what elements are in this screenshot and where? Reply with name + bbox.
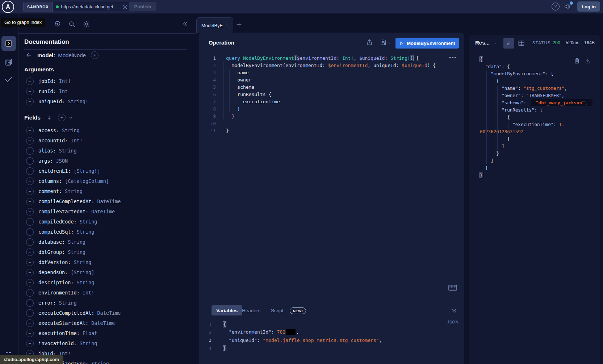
field-name[interactable]: compiledCode:: [38, 219, 77, 225]
field-type[interactable]: Int: [59, 88, 68, 94]
field-name[interactable]: executionTime:: [38, 330, 80, 336]
history-icon[interactable]: [54, 20, 62, 28]
add-to-operation-icon[interactable]: [26, 259, 34, 266]
add-to-operation-icon[interactable]: [26, 218, 34, 226]
add-all-fields-icon[interactable]: [58, 114, 66, 121]
response-json-view-button[interactable]: [503, 38, 514, 49]
field-type[interactable]: [String!]: [74, 168, 100, 174]
field-type[interactable]: String: [80, 340, 97, 346]
add-to-operation-icon[interactable]: [26, 198, 34, 205]
field-name[interactable]: runId:: [38, 88, 56, 94]
keyboard-shortcuts-icon[interactable]: [448, 285, 457, 291]
field-name[interactable]: accountId:: [38, 138, 68, 143]
add-to-operation-icon[interactable]: [26, 340, 34, 347]
apollo-logo[interactable]: A: [2, 1, 14, 13]
field-type[interactable]: String: [77, 280, 95, 285]
field-name[interactable]: childrenL1:: [38, 168, 71, 174]
field-type[interactable]: String: [65, 188, 83, 194]
field-name[interactable]: args:: [38, 158, 53, 164]
tab-headers[interactable]: Headers: [242, 305, 260, 315]
field-name[interactable]: compiledSql:: [38, 229, 74, 235]
add-to-operation-icon[interactable]: [26, 157, 34, 165]
field-name[interactable]: database:: [38, 239, 65, 245]
field-type[interactable]: Int!: [83, 290, 95, 296]
publish-button[interactable]: Publish: [129, 2, 156, 11]
field-type[interactable]: String!: [68, 99, 88, 104]
add-to-operation-icon[interactable]: [26, 309, 34, 317]
tab-modelbyenvironment[interactable]: ModelByEnvi...: [196, 17, 233, 33]
add-to-operation-icon[interactable]: [26, 269, 34, 276]
add-field-icon[interactable]: [91, 51, 99, 59]
field-type[interactable]: [String]: [71, 269, 94, 275]
field-name[interactable]: uniqueId:: [38, 99, 65, 104]
field-type[interactable]: String: [62, 127, 80, 133]
add-to-operation-icon[interactable]: [26, 289, 34, 297]
field-type[interactable]: String: [91, 361, 109, 364]
breadcrumb-type[interactable]: ModelNode: [58, 52, 86, 58]
field-name[interactable]: invocationId:: [38, 340, 77, 346]
field-name[interactable]: executeCompletedAt:: [38, 310, 94, 316]
field-type[interactable]: String: [77, 229, 95, 235]
field-type[interactable]: String: [68, 249, 85, 255]
field-type[interactable]: Int!: [59, 78, 71, 84]
field-name[interactable]: error:: [38, 300, 56, 306]
field-name[interactable]: comment:: [38, 188, 62, 194]
save-chevron-down-icon[interactable]: [388, 41, 392, 45]
response-viewer[interactable]: { "data": { "modelByEnvironment": [ { "n…: [469, 55, 600, 179]
operation-editor[interactable]: 1query ModelByEnvironment($environmentId…: [199, 54, 464, 134]
collapse-sidebar-icon[interactable]: [181, 21, 188, 27]
add-to-operation-icon[interactable]: [26, 188, 34, 195]
field-name[interactable]: environmentId:: [38, 290, 80, 296]
field-name[interactable]: description:: [38, 280, 74, 285]
variables-editor[interactable]: 1{2 "environmentId": 782,3 "uniqueId": "…: [199, 320, 464, 352]
add-to-operation-icon[interactable]: [26, 228, 34, 236]
field-name[interactable]: dbtVersion:: [38, 259, 71, 265]
endpoint-settings-gear-icon[interactable]: [122, 4, 128, 10]
field-name[interactable]: dependsOn:: [38, 269, 68, 275]
chevron-down-icon[interactable]: [68, 116, 73, 120]
field-type[interactable]: [CatalogColumn]: [65, 178, 109, 184]
sidebar-item-collections[interactable]: [4, 57, 13, 67]
back-arrow-icon[interactable]: [25, 52, 32, 59]
login-button[interactable]: Log in: [577, 1, 600, 12]
field-name[interactable]: compileStartedAt:: [38, 209, 88, 214]
add-to-operation-icon[interactable]: [26, 319, 34, 327]
doc-settings-gear-icon[interactable]: [83, 20, 91, 28]
help-icon[interactable]: ?: [552, 3, 560, 11]
response-table-view-icon[interactable]: [518, 40, 525, 47]
field-name[interactable]: columns:: [38, 178, 62, 184]
add-to-operation-icon[interactable]: [26, 238, 34, 246]
add-to-operation-icon[interactable]: [26, 78, 34, 85]
share-icon[interactable]: [366, 39, 373, 46]
add-to-operation-icon[interactable]: [26, 248, 34, 256]
add-to-operation-icon[interactable]: [26, 167, 34, 175]
field-name[interactable]: compileCompletedAt:: [38, 198, 94, 204]
field-type[interactable]: String: [68, 239, 85, 245]
field-name[interactable]: dbtGroup:: [38, 249, 65, 255]
field-type[interactable]: String: [80, 219, 97, 225]
sidebar-item-explorer[interactable]: [1, 36, 16, 51]
field-name[interactable]: executeStartedAt:: [38, 320, 88, 326]
add-to-operation-icon[interactable]: [26, 279, 34, 286]
field-type[interactable]: Float: [83, 330, 97, 336]
add-to-operation-icon[interactable]: [26, 330, 34, 337]
run-operation-button[interactable]: ModelByEnvironment: [395, 38, 459, 49]
field-name[interactable]: access:: [38, 127, 59, 133]
field-name[interactable]: jobId:: [38, 78, 56, 84]
add-to-operation-icon[interactable]: [26, 127, 34, 134]
field-type[interactable]: DateTime: [97, 310, 121, 316]
response-chevron-down-icon[interactable]: [493, 41, 497, 46]
sidebar-item-checklist[interactable]: [4, 75, 13, 84]
endpoint-input[interactable]: https://metadata.cloud.get: [53, 2, 134, 12]
field-type[interactable]: DateTime: [91, 209, 115, 214]
field-type[interactable]: DateTime: [91, 320, 115, 326]
sidebar-item-more[interactable]: [6, 352, 8, 353]
close-tab-icon[interactable]: [225, 23, 229, 28]
add-to-operation-icon[interactable]: [26, 177, 34, 185]
save-icon[interactable]: [380, 39, 387, 46]
collapse-panel-double-chevron-icon[interactable]: [451, 308, 457, 314]
tab-script[interactable]: Script: [271, 305, 284, 315]
tab-variables[interactable]: Variables: [212, 305, 242, 315]
add-to-operation-icon[interactable]: [26, 88, 34, 95]
sidebar-item-more-dot[interactable]: [9, 352, 11, 353]
